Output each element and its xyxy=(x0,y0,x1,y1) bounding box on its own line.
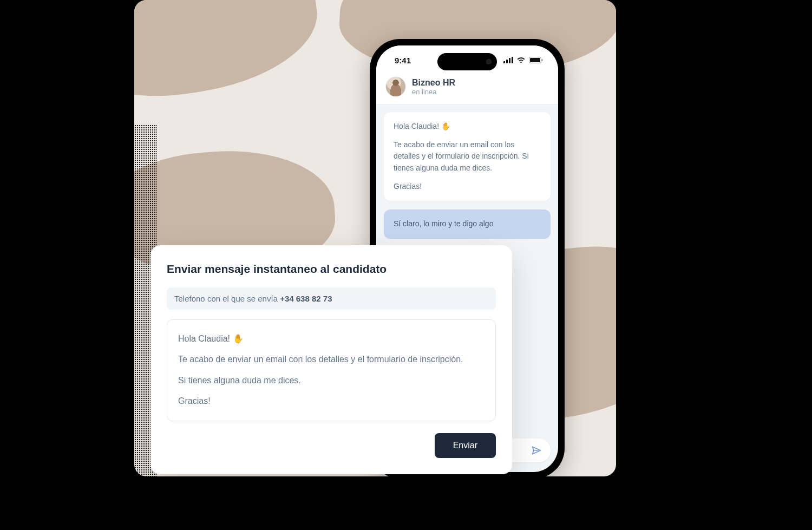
svg-rect-6 xyxy=(542,59,543,61)
bubble-line: Te acabo de enviar un email con los deta… xyxy=(394,139,541,174)
decorative-halftone xyxy=(87,125,157,482)
phone-field-label: Telefono con el que se envía xyxy=(174,294,280,303)
svg-rect-5 xyxy=(530,58,540,62)
bubble-line: Hola Claudia! ✋ xyxy=(394,121,541,133)
message-textarea[interactable]: Hola Claudia! ✋ Te acabo de enviar un em… xyxy=(167,319,496,421)
message-line: Si tienes alguna duda me dices. xyxy=(178,372,484,389)
send-icon[interactable] xyxy=(531,445,542,456)
send-button[interactable]: Enviar xyxy=(435,433,496,458)
cellular-icon xyxy=(503,57,513,63)
phone-field-number: +34 638 82 73 xyxy=(280,294,332,303)
message-line: Hola Claudia! ✋ xyxy=(178,331,484,347)
wifi-icon xyxy=(516,57,526,63)
message-line: Te acabo de enviar un email con los deta… xyxy=(178,351,484,368)
svg-rect-3 xyxy=(512,57,513,63)
avatar xyxy=(386,77,405,96)
chat-title: Bizneo HR xyxy=(412,78,455,88)
modal-title: Enviar mensaje instantaneo al candidato xyxy=(167,263,496,276)
bubble-line: Sí claro, lo miro y te digo algo xyxy=(394,219,493,228)
decorative-brush xyxy=(134,0,326,109)
chat-bubble-incoming: Hola Claudia! ✋ Te acabo de enviar un em… xyxy=(384,112,551,201)
svg-rect-0 xyxy=(503,61,505,63)
chat-header: Bizneo HR en linea xyxy=(376,75,558,104)
dynamic-island xyxy=(437,53,497,70)
chat-bubble-reply: Sí claro, lo miro y te digo algo xyxy=(384,210,551,239)
battery-icon xyxy=(529,57,543,63)
chat-body: Hola Claudia! ✋ Te acabo de enviar un em… xyxy=(376,104,558,239)
bubble-line: Gracias! xyxy=(394,181,541,193)
svg-rect-1 xyxy=(506,60,508,63)
chat-status: en linea xyxy=(412,88,455,96)
modal-actions: Enviar xyxy=(167,433,496,458)
svg-rect-2 xyxy=(509,58,510,63)
status-time: 9:41 xyxy=(395,56,411,65)
send-message-modal: Enviar mensaje instantaneo al candidato … xyxy=(150,245,512,474)
phone-field[interactable]: Telefono con el que se envía +34 638 82 … xyxy=(167,287,496,310)
message-line: Gracias! xyxy=(178,393,484,409)
